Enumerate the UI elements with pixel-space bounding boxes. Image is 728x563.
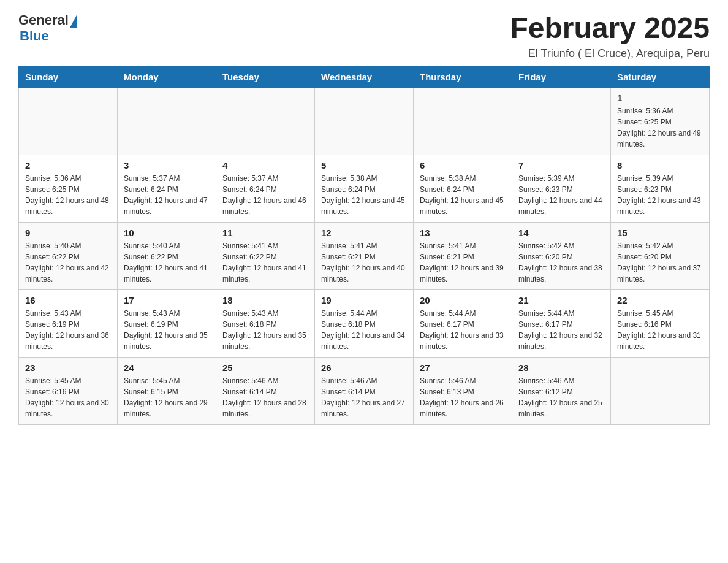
logo-top: General — [18, 12, 77, 28]
calendar-cell: 17Sunrise: 5:43 AMSunset: 6:19 PMDayligh… — [118, 289, 216, 357]
calendar-cell — [118, 87, 216, 155]
day-number: 10 — [124, 228, 210, 238]
calendar-cell: 21Sunrise: 5:44 AMSunset: 6:17 PMDayligh… — [512, 289, 611, 357]
day-number: 3 — [124, 160, 210, 170]
logo-blue-text: Blue — [20, 28, 49, 44]
day-number: 22 — [617, 295, 703, 305]
calendar-cell: 25Sunrise: 5:46 AMSunset: 6:14 PMDayligh… — [216, 357, 315, 424]
calendar-cell: 18Sunrise: 5:43 AMSunset: 6:18 PMDayligh… — [216, 289, 315, 357]
day-info: Sunrise: 5:45 AMSunset: 6:15 PMDaylight:… — [124, 375, 210, 419]
day-info: Sunrise: 5:37 AMSunset: 6:24 PMDaylight:… — [222, 173, 308, 217]
calendar-cell: 9Sunrise: 5:40 AMSunset: 6:22 PMDaylight… — [19, 222, 118, 289]
calendar-cell: 7Sunrise: 5:39 AMSunset: 6:23 PMDaylight… — [512, 155, 611, 222]
day-number: 20 — [420, 295, 506, 305]
calendar-cell — [414, 87, 512, 155]
day-number: 12 — [321, 228, 407, 238]
day-number: 2 — [25, 160, 111, 170]
day-number: 5 — [321, 160, 407, 170]
calendar-title: February 2025 — [510, 12, 710, 45]
day-number: 21 — [518, 295, 604, 305]
logo-triangle-icon — [70, 14, 77, 28]
day-number: 14 — [518, 228, 604, 238]
day-info: Sunrise: 5:45 AMSunset: 6:16 PMDaylight:… — [25, 375, 111, 419]
calendar-cell — [611, 357, 710, 424]
day-number: 19 — [321, 295, 407, 305]
day-number: 25 — [222, 362, 308, 373]
day-info: Sunrise: 5:45 AMSunset: 6:16 PMDaylight:… — [617, 308, 703, 352]
day-number: 8 — [617, 160, 703, 170]
calendar-cell: 5Sunrise: 5:38 AMSunset: 6:24 PMDaylight… — [315, 155, 414, 222]
day-number: 27 — [420, 362, 506, 373]
calendar-subtitle: El Triunfo ( El Cruce), Arequipa, Peru — [510, 47, 710, 60]
header-tuesday: Tuesday — [216, 66, 315, 87]
day-number: 24 — [124, 362, 210, 373]
day-info: Sunrise: 5:43 AMSunset: 6:19 PMDaylight:… — [124, 308, 210, 352]
calendar-cell — [216, 87, 315, 155]
day-info: Sunrise: 5:38 AMSunset: 6:24 PMDaylight:… — [321, 173, 407, 217]
day-info: Sunrise: 5:41 AMSunset: 6:21 PMDaylight:… — [420, 240, 506, 285]
day-info: Sunrise: 5:36 AMSunset: 6:25 PMDaylight:… — [617, 105, 703, 150]
day-info: Sunrise: 5:46 AMSunset: 6:14 PMDaylight:… — [321, 375, 407, 419]
calendar-cell: 15Sunrise: 5:42 AMSunset: 6:20 PMDayligh… — [611, 222, 710, 289]
day-info: Sunrise: 5:36 AMSunset: 6:25 PMDaylight:… — [25, 173, 111, 217]
logo-general-text: General — [18, 12, 69, 28]
day-info: Sunrise: 5:42 AMSunset: 6:20 PMDaylight:… — [617, 240, 703, 285]
header-row: SundayMondayTuesdayWednesdayThursdayFrid… — [19, 66, 710, 87]
calendar-cell: 11Sunrise: 5:41 AMSunset: 6:22 PMDayligh… — [216, 222, 315, 289]
calendar-cell: 1Sunrise: 5:36 AMSunset: 6:25 PMDaylight… — [611, 87, 710, 155]
day-info: Sunrise: 5:46 AMSunset: 6:14 PMDaylight:… — [222, 375, 308, 419]
day-info: Sunrise: 5:37 AMSunset: 6:24 PMDaylight:… — [124, 173, 210, 217]
header-monday: Monday — [118, 66, 216, 87]
calendar-table: SundayMondayTuesdayWednesdayThursdayFrid… — [18, 66, 710, 425]
calendar-header: SundayMondayTuesdayWednesdayThursdayFrid… — [19, 66, 710, 87]
calendar-cell: 26Sunrise: 5:46 AMSunset: 6:14 PMDayligh… — [315, 357, 414, 424]
day-info: Sunrise: 5:41 AMSunset: 6:22 PMDaylight:… — [222, 240, 308, 285]
calendar-cell — [512, 87, 611, 155]
calendar-cell: 2Sunrise: 5:36 AMSunset: 6:25 PMDaylight… — [19, 155, 118, 222]
title-section: February 2025 El Triunfo ( El Cruce), Ar… — [510, 12, 710, 60]
day-number: 23 — [25, 362, 111, 373]
day-number: 18 — [222, 295, 308, 305]
calendar-cell: 28Sunrise: 5:46 AMSunset: 6:12 PMDayligh… — [512, 357, 611, 424]
day-info: Sunrise: 5:46 AMSunset: 6:13 PMDaylight:… — [420, 375, 506, 419]
calendar-cell: 16Sunrise: 5:43 AMSunset: 6:19 PMDayligh… — [19, 289, 118, 357]
header-wednesday: Wednesday — [315, 66, 414, 87]
day-number: 17 — [124, 295, 210, 305]
day-number: 9 — [25, 228, 111, 238]
day-info: Sunrise: 5:42 AMSunset: 6:20 PMDaylight:… — [518, 240, 604, 285]
calendar-cell: 19Sunrise: 5:44 AMSunset: 6:18 PMDayligh… — [315, 289, 414, 357]
header-sunday: Sunday — [19, 66, 118, 87]
calendar-cell: 24Sunrise: 5:45 AMSunset: 6:15 PMDayligh… — [118, 357, 216, 424]
day-info: Sunrise: 5:44 AMSunset: 6:17 PMDaylight:… — [518, 308, 604, 352]
calendar-cell: 13Sunrise: 5:41 AMSunset: 6:21 PMDayligh… — [414, 222, 512, 289]
calendar-body: 1Sunrise: 5:36 AMSunset: 6:25 PMDaylight… — [19, 87, 710, 424]
day-info: Sunrise: 5:40 AMSunset: 6:22 PMDaylight:… — [124, 240, 210, 285]
day-number: 7 — [518, 160, 604, 170]
calendar-cell: 4Sunrise: 5:37 AMSunset: 6:24 PMDaylight… — [216, 155, 315, 222]
calendar-week-4: 16Sunrise: 5:43 AMSunset: 6:19 PMDayligh… — [19, 289, 710, 357]
day-info: Sunrise: 5:38 AMSunset: 6:24 PMDaylight:… — [420, 173, 506, 217]
calendar-week-2: 2Sunrise: 5:36 AMSunset: 6:25 PMDaylight… — [19, 155, 710, 222]
day-number: 16 — [25, 295, 111, 305]
calendar-cell: 20Sunrise: 5:44 AMSunset: 6:17 PMDayligh… — [414, 289, 512, 357]
day-number: 1 — [617, 93, 703, 103]
header-thursday: Thursday — [414, 66, 512, 87]
day-number: 6 — [420, 160, 506, 170]
calendar-cell: 23Sunrise: 5:45 AMSunset: 6:16 PMDayligh… — [19, 357, 118, 424]
day-number: 4 — [222, 160, 308, 170]
calendar-week-3: 9Sunrise: 5:40 AMSunset: 6:22 PMDaylight… — [19, 222, 710, 289]
day-info: Sunrise: 5:40 AMSunset: 6:22 PMDaylight:… — [25, 240, 111, 285]
day-number: 26 — [321, 362, 407, 373]
calendar-week-1: 1Sunrise: 5:36 AMSunset: 6:25 PMDaylight… — [19, 87, 710, 155]
calendar-cell: 14Sunrise: 5:42 AMSunset: 6:20 PMDayligh… — [512, 222, 611, 289]
calendar-cell — [19, 87, 118, 155]
day-info: Sunrise: 5:46 AMSunset: 6:12 PMDaylight:… — [518, 375, 604, 419]
day-info: Sunrise: 5:44 AMSunset: 6:17 PMDaylight:… — [420, 308, 506, 352]
header-friday: Friday — [512, 66, 611, 87]
day-info: Sunrise: 5:41 AMSunset: 6:21 PMDaylight:… — [321, 240, 407, 285]
day-info: Sunrise: 5:39 AMSunset: 6:23 PMDaylight:… — [518, 173, 604, 217]
calendar-cell: 27Sunrise: 5:46 AMSunset: 6:13 PMDayligh… — [414, 357, 512, 424]
calendar-cell: 12Sunrise: 5:41 AMSunset: 6:21 PMDayligh… — [315, 222, 414, 289]
day-info: Sunrise: 5:44 AMSunset: 6:18 PMDaylight:… — [321, 308, 407, 352]
calendar-week-5: 23Sunrise: 5:45 AMSunset: 6:16 PMDayligh… — [19, 357, 710, 424]
